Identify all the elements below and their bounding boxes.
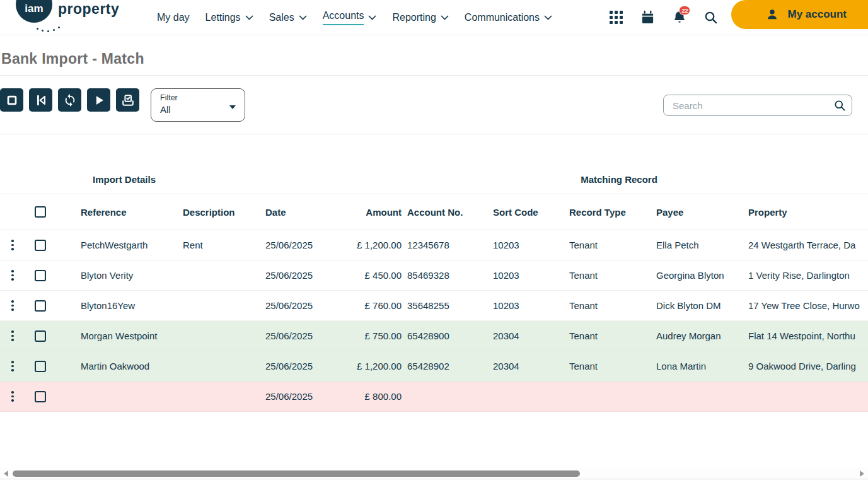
row-menu-kebab-icon[interactable]	[0, 330, 25, 341]
search-icon[interactable]	[703, 9, 719, 25]
column-header-property[interactable]: Property	[748, 207, 868, 218]
cell-payee: Dick Blyton DM	[656, 300, 748, 311]
cell-property: Flat 14 Westpoint, Northu	[748, 330, 868, 341]
column-header-amount[interactable]: Amount	[341, 207, 402, 218]
toolbar: Filter All	[0, 76, 868, 134]
row-menu-kebab-icon[interactable]	[0, 300, 25, 311]
cell-reference: PetchWestgarth	[81, 240, 183, 250]
row-menu-kebab-icon[interactable]	[0, 240, 25, 250]
person-icon	[765, 8, 779, 21]
row-menu-kebab-icon[interactable]	[0, 391, 25, 402]
page-title-section: Bank Import - Match	[0, 35, 868, 76]
cell-payee: Audrey Morgan	[656, 330, 748, 341]
nav-item-communications[interactable]: Communications	[465, 12, 552, 23]
row-checkbox[interactable]	[35, 300, 46, 312]
cell-reference: Morgan Westpoint	[81, 330, 183, 341]
import-tray-check-icon	[121, 93, 135, 107]
filter-label: Filter	[160, 93, 237, 102]
row-checkbox[interactable]	[35, 240, 46, 251]
cell-record-type: Tenant	[569, 240, 656, 250]
cell-account-no: 35648255	[402, 300, 493, 311]
filter-selected-value: All	[160, 104, 237, 115]
row-menu-kebab-icon[interactable]	[0, 361, 25, 371]
table-row: PetchWestgarth Rent 25/06/2025 £ 1,200.0…	[0, 230, 868, 260]
search-input[interactable]	[663, 95, 852, 116]
table-group-header-row: Import Details Matching Record	[0, 134, 868, 194]
horizontal-scrollbar[interactable]	[0, 468, 868, 479]
iamproperty-logo[interactable]: iam property	[0, 0, 142, 35]
table-row: 25/06/2025 £ 800.00	[0, 382, 868, 412]
play-button[interactable]	[87, 88, 110, 112]
cell-date: 25/06/2025	[265, 361, 341, 371]
cell-sort-code: 10203	[493, 270, 569, 281]
row-menu-kebab-icon[interactable]	[0, 270, 25, 281]
cell-property: 9 Oakwood Drive, Darling	[748, 361, 868, 371]
cell-sort-code: 20304	[493, 361, 569, 371]
skip-to-start-button[interactable]	[29, 88, 52, 112]
chevron-down-icon	[245, 15, 253, 20]
nav-item-accounts[interactable]: Accounts	[323, 10, 377, 25]
nav-item-lettings[interactable]: Lettings	[205, 12, 253, 23]
play-icon	[92, 93, 106, 107]
notifications-bell-icon[interactable]: 22	[671, 9, 687, 25]
cell-account-no: 12345678	[402, 240, 493, 250]
stop-button[interactable]	[0, 88, 23, 112]
cell-reference: Martin Oakwood	[81, 361, 183, 371]
nav-item-sales[interactable]: Sales	[269, 12, 307, 23]
refresh-button[interactable]	[58, 88, 81, 112]
column-header-account-no[interactable]: Account No.	[402, 207, 493, 218]
group-header-matching-record: Matching Record	[581, 174, 657, 185]
logo-wordmark: property	[58, 1, 119, 18]
nav-item-my-day[interactable]: My day	[157, 12, 190, 23]
nav-item-reporting[interactable]: Reporting	[392, 12, 448, 23]
cell-amount: £ 450.00	[341, 270, 402, 281]
bank-import-table: Import Details Matching Record Reference…	[0, 134, 868, 412]
calendar-icon[interactable]	[640, 9, 656, 25]
cell-payee: Lona Martin	[656, 361, 748, 371]
chevron-down-icon	[441, 15, 449, 20]
cell-date: 25/06/2025	[265, 391, 341, 402]
cell-payee: Ella Petch	[656, 240, 748, 250]
cell-reference: Blyton Verity	[81, 270, 183, 281]
row-checkbox[interactable]	[35, 361, 46, 372]
cell-account-no: 65428900	[402, 330, 493, 341]
column-header-sort-code[interactable]: Sort Code	[493, 207, 569, 218]
scrollbar-thumb[interactable]	[13, 470, 580, 477]
cell-sort-code: 10203	[493, 240, 569, 250]
cell-amount: £ 760.00	[341, 300, 402, 311]
column-header-description[interactable]: Description	[183, 207, 265, 218]
apps-grid-icon[interactable]	[608, 9, 624, 25]
page-title: Bank Import - Match	[1, 50, 868, 67]
row-checkbox[interactable]	[35, 330, 46, 342]
column-header-payee[interactable]: Payee	[656, 207, 748, 218]
scroll-left-arrow-icon[interactable]	[4, 470, 8, 477]
dropdown-arrow-icon	[229, 105, 236, 109]
cell-date: 25/06/2025	[265, 300, 341, 311]
cell-account-no: 65428902	[402, 361, 493, 371]
search-icon[interactable]	[833, 99, 846, 114]
column-header-reference[interactable]: Reference	[81, 207, 183, 218]
chevron-down-icon	[299, 15, 307, 20]
cell-amount: £ 750.00	[341, 330, 402, 341]
select-all-checkbox[interactable]	[35, 206, 46, 218]
column-header-date[interactable]: Date	[265, 207, 341, 218]
scroll-right-arrow-icon[interactable]	[860, 470, 864, 477]
cell-record-type: Tenant	[569, 300, 656, 311]
column-header-record-type[interactable]: Record Type	[569, 207, 656, 218]
top-navigation-bar: iam property My day Lettings Sales Accou…	[0, 0, 868, 35]
my-account-button[interactable]: My account	[731, 0, 868, 29]
filter-dropdown[interactable]: Filter All	[151, 88, 245, 122]
cell-date: 25/06/2025	[265, 270, 341, 281]
cell-record-type: Tenant	[569, 330, 656, 341]
cell-amount: £ 1,200.00	[341, 361, 402, 371]
nav-icon-group: 22	[608, 9, 719, 25]
cell-sort-code: 20304	[493, 330, 569, 341]
table-row: Morgan Westpoint 25/06/2025 £ 750.00 654…	[0, 321, 868, 351]
chevron-down-icon	[544, 15, 552, 20]
main-nav: My day Lettings Sales Accounts Reporting…	[157, 9, 552, 26]
row-checkbox[interactable]	[35, 391, 46, 402]
cell-reference: Blyton16Yew	[81, 300, 183, 311]
row-checkbox[interactable]	[35, 270, 46, 281]
table-row: Martin Oakwood 25/06/2025 £ 1,200.00 654…	[0, 351, 868, 382]
import-button[interactable]	[116, 88, 139, 112]
